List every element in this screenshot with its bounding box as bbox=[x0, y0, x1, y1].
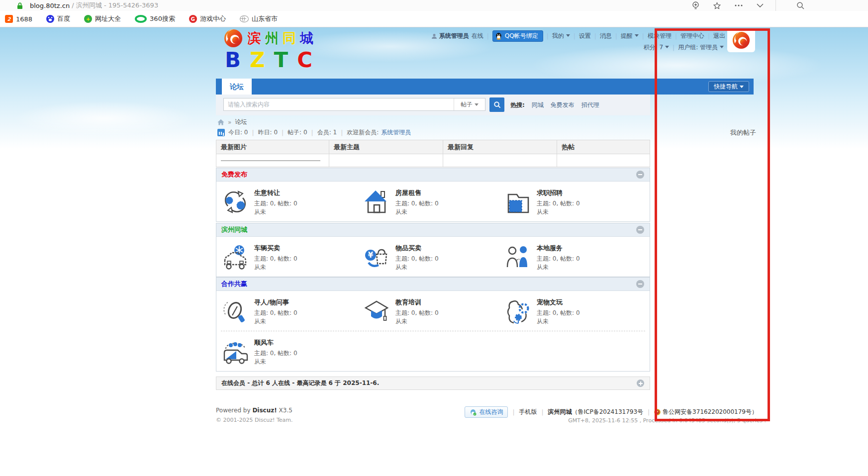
col-latest-replies[interactable]: 最新回复 bbox=[443, 140, 557, 154]
forum-education[interactable]: 教育培训 主题: 0, 帖数: 0 从未 bbox=[362, 297, 503, 326]
favorite-star-icon[interactable] bbox=[713, 2, 721, 9]
menu-logout[interactable]: 退出 bbox=[713, 32, 725, 40]
bookmark-1688[interactable]: 2 1688 bbox=[5, 15, 32, 23]
breadcrumb-sep: » bbox=[228, 119, 231, 126]
bookmark-game-center[interactable]: G 游戏中心 bbox=[189, 14, 226, 23]
forum-goods-trade[interactable]: ¥ 物品买卖 主题: 0, 帖数: 0 从未 bbox=[362, 243, 503, 272]
category-cooperation: 合作共赢 寻人/物问事 主题: 0, 帖数: 0 从未 bbox=[216, 277, 650, 372]
username-link[interactable]: 系统管理员 bbox=[439, 32, 469, 40]
qq-bind-button[interactable]: QQ帐号绑定 bbox=[492, 30, 543, 42]
caret-down-icon bbox=[720, 46, 724, 48]
forum-name[interactable]: 求职招聘 bbox=[537, 189, 580, 197]
bookmark-label: 360搜索 bbox=[150, 14, 175, 23]
hot-link-free-post[interactable]: 免费发布 bbox=[551, 101, 575, 109]
bookmark-360-search[interactable]: 360搜索 bbox=[135, 14, 175, 23]
hot-search-row: 热搜: 同城 免费发布 招代理 bbox=[510, 101, 599, 109]
forum-name[interactable]: 本地服务 bbox=[537, 244, 580, 253]
forum-vehicle-trade[interactable]: 车辆买卖 主题: 0, 帖数: 0 从未 bbox=[221, 243, 362, 272]
bookmark-label: 百度 bbox=[57, 14, 70, 23]
forum-business-transfer[interactable]: 生意转让 主题: 0, 帖数: 0 从未 bbox=[221, 188, 362, 216]
category-title[interactable]: 免费发布 bbox=[221, 170, 247, 179]
user-toolbar-row2: 积分: 7 | 用户组: 管理员 bbox=[644, 43, 724, 52]
menu-reminder[interactable]: 提醒 bbox=[621, 32, 639, 40]
menu-settings[interactable]: 设置 bbox=[579, 32, 591, 40]
search-type-dropdown[interactable]: 帖子 bbox=[454, 98, 485, 110]
quick-nav-button[interactable]: 快捷导航 bbox=[708, 81, 749, 92]
bookmark-baidu[interactable]: 百度 bbox=[46, 14, 70, 23]
col-latest-images[interactable]: 最新图片 bbox=[216, 140, 329, 154]
forum-jobs[interactable]: 求职招聘 主题: 0, 帖数: 0 从未 bbox=[503, 188, 645, 216]
tab-forum[interactable]: 论坛 bbox=[222, 79, 252, 95]
bookmark-label: 1688 bbox=[16, 15, 32, 23]
collapse-icon[interactable] bbox=[636, 171, 644, 179]
bookmark-1688-icon: 2 bbox=[5, 15, 13, 23]
forum-name[interactable]: 教育培训 bbox=[395, 298, 439, 307]
forum-lost-found[interactable]: 寻人/物问事 主题: 0, 帖数: 0 从未 bbox=[221, 297, 362, 326]
forum-pets-collectibles[interactable]: 宠物文玩 主题: 0, 帖数: 0 从未 bbox=[503, 297, 645, 326]
forum-local-services[interactable]: 本地服务 主题: 0, 帖数: 0 从未 bbox=[503, 243, 645, 272]
forum-last-post: 从未 bbox=[537, 263, 580, 272]
menu-module-admin[interactable]: 模块管理 bbox=[648, 32, 672, 40]
bookmark-baidu-icon bbox=[46, 15, 54, 23]
category-body: 生意转让 主题: 0, 帖数: 0 从未 房屋租售 主题: 0, 帖数: 0 从… bbox=[216, 182, 650, 221]
qq-bind-label: QQ帐号绑定 bbox=[505, 32, 538, 40]
discuz-brand[interactable]: Discuz! bbox=[252, 407, 277, 414]
forum-name[interactable]: 顺风车 bbox=[254, 338, 297, 347]
menu-my[interactable]: 我的 bbox=[552, 32, 570, 40]
mobile-version-link[interactable]: 手机版 bbox=[519, 408, 537, 416]
forum-stats: 主题: 0, 帖数: 0 bbox=[254, 255, 297, 263]
stat-today: 今日: 0 bbox=[228, 128, 248, 137]
screen: blog.80tz.cn / 滨州同城 - 195-5426-3693 2 16… bbox=[0, 0, 868, 476]
breadcrumb-current[interactable]: 论坛 bbox=[235, 118, 247, 126]
col-hot-posts[interactable]: 热帖 bbox=[557, 140, 650, 154]
qq-consult-icon bbox=[470, 409, 477, 416]
site-logo[interactable]: 滨州同城 bbox=[224, 29, 317, 48]
welcome-user-link[interactable]: 系统管理员 bbox=[381, 128, 411, 137]
browser-menu-icon[interactable] bbox=[735, 4, 743, 6]
hot-search-label: 热搜: bbox=[510, 101, 525, 109]
forum-last-post: 从未 bbox=[254, 317, 297, 326]
menu-messages[interactable]: 消息 bbox=[600, 32, 612, 40]
search-button[interactable] bbox=[489, 97, 504, 112]
category-title[interactable]: 合作共赢 bbox=[221, 280, 247, 288]
footer-powered: Powered by Discuz! X3.5 bbox=[216, 407, 292, 414]
forum-carpool[interactable]: 顺风车 主题: 0, 帖数: 0 从未 bbox=[221, 337, 362, 366]
bookmark-label: 网址大全 bbox=[95, 14, 121, 23]
collapse-icon[interactable] bbox=[636, 226, 644, 234]
forum-name[interactable]: 房屋租售 bbox=[395, 189, 439, 197]
credits-dropdown[interactable]: 积分: 7 bbox=[644, 43, 670, 52]
forum-last-post: 从未 bbox=[395, 263, 439, 272]
forum-name[interactable]: 车辆买卖 bbox=[254, 244, 297, 253]
online-members-bar: 在线会员 - 总计 6 人在线 - 最高记录是 6 于 2025-11-6. bbox=[216, 377, 650, 390]
bookmark-hao-wangzhi[interactable]: + 网址大全 bbox=[84, 14, 121, 23]
col-latest-topics[interactable]: 最新主题 bbox=[329, 140, 443, 154]
footer-beian[interactable]: 鲁公网安备37162202000179号） bbox=[663, 408, 758, 416]
collections-add-icon[interactable] bbox=[692, 1, 699, 9]
forum-house-rent-sale[interactable]: 房屋租售 主题: 0, 帖数: 0 从未 bbox=[362, 188, 503, 216]
expand-icon[interactable] bbox=[637, 380, 644, 387]
house-icon bbox=[362, 188, 391, 216]
hot-link-agent[interactable]: 招代理 bbox=[581, 101, 599, 109]
url-host[interactable]: blog.80tz.cn bbox=[30, 2, 70, 9]
chevron-down-icon[interactable] bbox=[757, 3, 764, 7]
forum-name[interactable]: 生意转让 bbox=[254, 189, 297, 197]
forum-name[interactable]: 物品买卖 bbox=[395, 244, 439, 253]
forum-stats: 主题: 0, 帖数: 0 bbox=[395, 255, 439, 263]
search-input[interactable] bbox=[224, 98, 454, 110]
bookmark-shandong[interactable]: 山东省市 bbox=[240, 14, 278, 23]
category-title[interactable]: 滨州同城 bbox=[221, 225, 247, 234]
footer-icp[interactable]: （鲁ICP备2024131793号 bbox=[572, 408, 644, 415]
home-icon[interactable] bbox=[217, 119, 224, 125]
online-consult-button[interactable]: 在线咨询 bbox=[465, 406, 508, 418]
stat-posts: 帖子: 0 bbox=[288, 128, 307, 137]
my-posts-link[interactable]: 我的帖子 bbox=[730, 128, 756, 137]
forum-name[interactable]: 寻人/物问事 bbox=[254, 298, 297, 307]
collapse-icon[interactable] bbox=[636, 280, 644, 288]
category-free-post: 免费发布 生意转让 主题: 0, 帖数: 0 从未 bbox=[216, 168, 650, 222]
menu-admin-center[interactable]: 管理中心 bbox=[680, 32, 704, 40]
usergroup-dropdown[interactable]: 用户组: 管理员 bbox=[678, 43, 724, 52]
browser-search-icon[interactable] bbox=[796, 1, 804, 11]
corner-logo[interactable] bbox=[727, 28, 755, 52]
forum-name[interactable]: 宠物文玩 bbox=[537, 298, 580, 307]
hot-link-tongcheng[interactable]: 同城 bbox=[532, 101, 544, 109]
